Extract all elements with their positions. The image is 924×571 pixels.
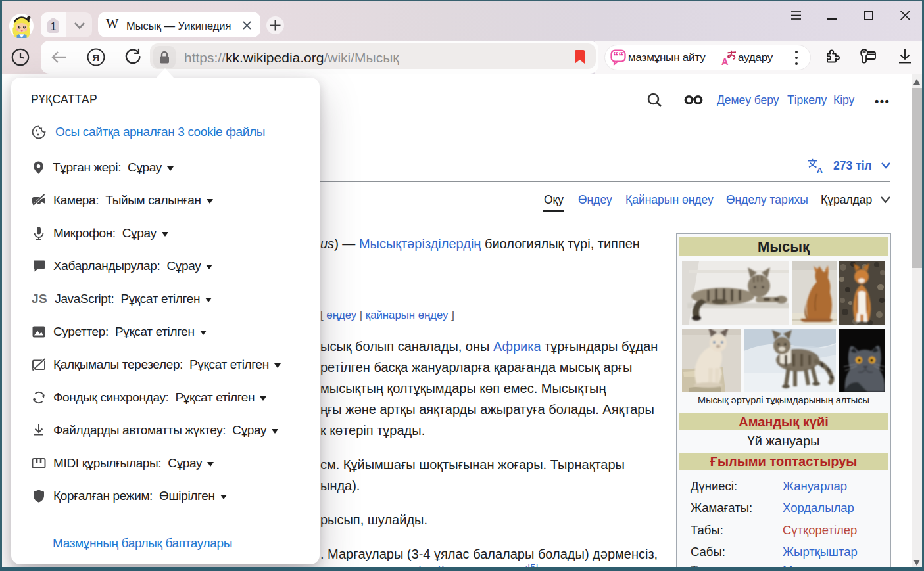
svg-text:Я: Я: [93, 52, 100, 63]
svg-text:A: A: [817, 166, 823, 174]
svg-text:1: 1: [50, 20, 56, 33]
svg-text:““: ““: [613, 51, 623, 62]
svg-text:A: A: [721, 57, 729, 66]
